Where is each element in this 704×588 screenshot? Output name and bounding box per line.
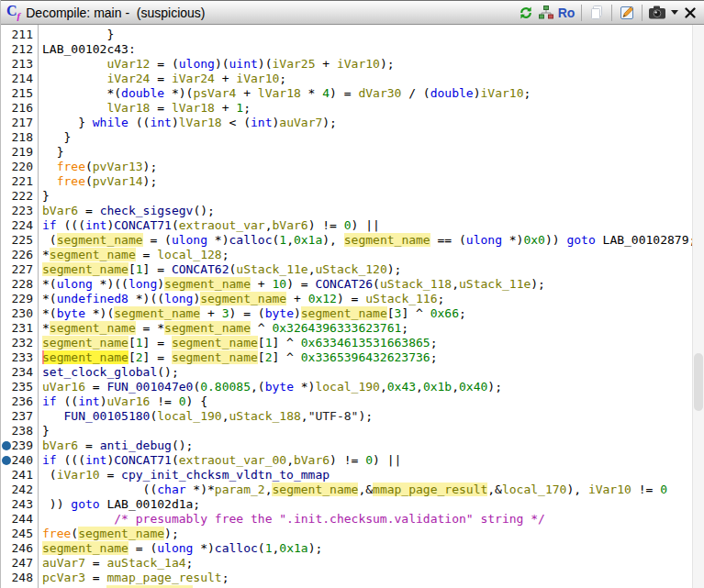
code-line[interactable]: } <box>42 28 692 42</box>
code-line[interactable]: if (((int)CONCAT71(extraout_var,bVar6) !… <box>42 218 692 233</box>
code-line[interactable]: *(double *)(psVar4 + lVar18 * 4) = dVar3… <box>42 86 692 101</box>
code-line[interactable]: lVar18 = lVar18 + 1; <box>42 101 692 116</box>
line-number: 226 <box>1 248 38 262</box>
highlighted-token[interactable]: segment_name <box>301 306 387 320</box>
code-line[interactable]: LAB_00102c43: <box>42 42 692 57</box>
line-number: 214 <box>1 72 38 86</box>
line-number: 233 <box>1 350 38 365</box>
copy-icon[interactable] <box>587 4 607 22</box>
highlighted-token[interactable]: segment_name <box>50 248 136 261</box>
code-line[interactable]: iVar24 = iVar24 + iVar10; <box>42 72 692 86</box>
code-line[interactable]: (iVar10 = cpy_init_chcksm_vldtn_to_mmap <box>42 468 692 483</box>
line-number: 235 <box>1 380 38 394</box>
code-line[interactable]: bVar6 = anti_debug(); <box>42 438 692 453</box>
decompiler-main: 2112122132142152162172182192202212222232… <box>1 25 704 588</box>
line-number: 229 <box>1 292 38 306</box>
toolbar-divider <box>581 5 582 21</box>
ro-button[interactable]: Ro <box>556 4 576 22</box>
highlighted-token[interactable]: segment_name <box>172 336 258 349</box>
line-number: 248 <box>1 571 38 585</box>
line-number: 211 <box>1 28 38 42</box>
dropdown-arrow-icon[interactable] <box>667 4 682 22</box>
highlighted-token[interactable]: segment_name <box>172 350 258 364</box>
line-number: 223 <box>1 204 38 218</box>
line-number: 219 <box>1 145 38 160</box>
code-line[interactable]: FUN_00105180(local_190,uStack_188,"UTF-8… <box>42 409 692 424</box>
code-line[interactable]: auVar7 = auStack_1a4; <box>42 556 692 571</box>
function-graph-icon[interactable] <box>536 4 556 22</box>
code-line[interactable]: uVar16 = FUN_001047e0(0.80085,(byte *)lo… <box>42 380 692 394</box>
code-line[interactable]: *(ulong *)((long)segment_name + 10) = CO… <box>42 277 692 292</box>
code-line[interactable]: } while ((int)lVar18 < (int)auVar7); <box>42 116 692 130</box>
code-line[interactable]: *(undefined8 *)((long)segment_name + 0x1… <box>42 292 692 306</box>
code-line[interactable]: segment_name[1] = CONCAT62(uStack_11e,uS… <box>42 262 692 277</box>
highlighted-token[interactable]: segment_name <box>78 527 164 540</box>
highlighted-token[interactable]: segment_name <box>272 483 358 496</box>
code-line[interactable]: segment_name = (ulong *)calloc(1,0x1a); <box>42 541 692 556</box>
code-area[interactable]: }LAB_00102c43: uVar12 = (ulong)(uint)(iV… <box>39 25 692 588</box>
code-line[interactable]: ((char *)*param_2,segment_name,&mmap_pag… <box>42 483 692 497</box>
highlighted-token[interactable]: segment_name <box>42 262 129 276</box>
line-number: 217 <box>1 116 38 130</box>
camera-icon[interactable] <box>647 4 667 22</box>
code-line[interactable]: } <box>42 145 692 160</box>
code-line[interactable]: segment_name[1] = segment_name[1] ^ 0x63… <box>42 336 692 350</box>
line-number: 234 <box>1 365 38 380</box>
highlighted-token[interactable]: segment_name <box>42 541 129 555</box>
code-line[interactable]: *segment_name = *segment_name ^ 0x326439… <box>42 321 692 336</box>
code-line[interactable]: if ((int)uVar16 != 0) { <box>42 394 692 409</box>
vertical-scrollbar[interactable] <box>692 25 704 588</box>
decompiler-panel: Cf Decompile: main - (suspicious) <box>0 0 704 588</box>
highlighted-token[interactable]: segment_name <box>344 233 430 247</box>
panel-titlebar[interactable]: Cf Decompile: main - (suspicious) <box>1 0 704 25</box>
highlighted-token[interactable]: segment_name <box>200 292 286 305</box>
scrollbar-thumb[interactable] <box>694 353 703 411</box>
line-number: 221 <box>1 174 38 189</box>
code-line[interactable]: *(byte *)(segment_name + 3) = (byte)segm… <box>42 306 692 321</box>
line-number: 239 <box>1 438 38 453</box>
line-number: 212 <box>1 42 38 57</box>
code-line[interactable]: segment_name[2] = segment_name[2] ^ 0x33… <box>42 350 692 365</box>
code-line[interactable]: )) goto LAB_00102d1a; <box>42 497 692 512</box>
code-line[interactable]: } <box>42 189 692 204</box>
code-line[interactable]: if (((int)CONCAT71(extraout_var_00,bVar6… <box>42 453 692 468</box>
highlighted-token[interactable]: segment_name <box>164 277 251 291</box>
code-line[interactable]: /* presumably free the ".init.checksum.v… <box>42 512 692 527</box>
code-line[interactable]: uVar12 = (ulong)(uint)(iVar25 + iVar10); <box>42 57 692 72</box>
code-line[interactable]: free(pvVar14); <box>42 174 692 189</box>
line-number: 218 <box>1 130 38 145</box>
code-line[interactable]: free(segment_name); <box>42 527 692 541</box>
line-number: 216 <box>1 101 38 116</box>
panel-title: Decompile: main - (suspicious) <box>26 6 205 20</box>
close-icon[interactable] <box>682 4 698 22</box>
code-line[interactable]: set_clock_global(); <box>42 365 692 380</box>
refresh-icon[interactable] <box>516 4 536 22</box>
highlighted-token[interactable]: segment_name <box>50 321 136 335</box>
margin-marker-dot <box>2 441 11 450</box>
line-number: 230 <box>1 306 38 321</box>
line-number: 231 <box>1 321 38 336</box>
toolbar-divider <box>642 5 643 21</box>
code-line[interactable]: free(pvVar13); <box>42 160 692 174</box>
line-number: 236 <box>1 394 38 409</box>
code-line[interactable]: pcVar3 = mmap_page_result; <box>42 571 692 585</box>
highlighted-token[interactable]: mmap_page_result <box>373 483 487 496</box>
line-number-gutter[interactable]: 2112122132142152162172182192202212222232… <box>1 25 39 588</box>
highlighted-token[interactable]: segment_name <box>114 306 200 320</box>
code-line[interactable]: } <box>42 130 692 145</box>
line-number: 238 <box>1 424 38 438</box>
edit-icon[interactable] <box>617 4 637 22</box>
code-line[interactable]: *segment_name = local_128; <box>42 248 692 262</box>
highlighted-token[interactable]: segment_name <box>164 321 251 335</box>
line-number: 222 <box>1 189 38 204</box>
highlighted-token[interactable]: segment_name <box>57 233 143 247</box>
line-number: 228 <box>1 277 38 292</box>
line-number: 215 <box>1 86 38 101</box>
highlighted-token[interactable]: segment_name <box>42 350 129 364</box>
decompiler-icon: Cf <box>6 4 20 21</box>
code-line[interactable]: } <box>42 424 692 438</box>
code-line[interactable]: bVar6 = check_sigsegv(); <box>42 204 692 218</box>
line-number: 225 <box>1 233 38 248</box>
highlighted-token[interactable]: segment_name <box>42 336 129 349</box>
code-line[interactable]: (segment_name = (ulong *)calloc(1,0x1a),… <box>42 233 692 248</box>
